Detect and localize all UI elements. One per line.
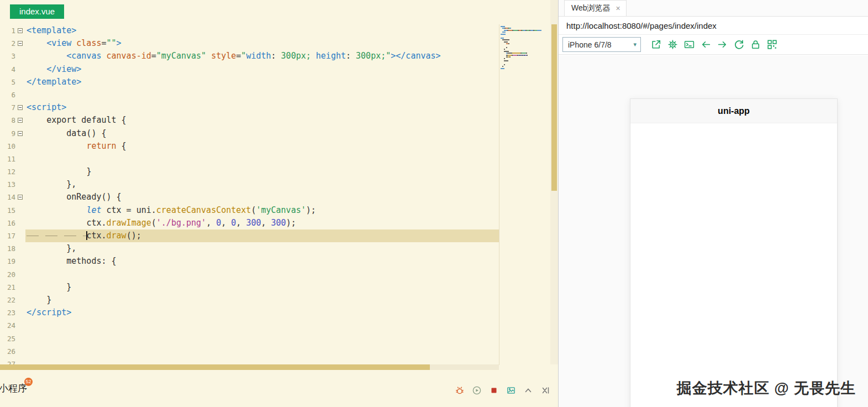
code-line-20[interactable]: 20: [0, 268, 499, 281]
code-line-2[interactable]: 2 <view class="">: [0, 37, 499, 50]
code-line-4[interactable]: 4 </view>: [0, 63, 499, 76]
fold-marker-icon[interactable]: [18, 105, 23, 110]
qr-code-icon[interactable]: [766, 39, 778, 50]
line-number: 18: [0, 242, 15, 255]
code-text[interactable]: }: [25, 165, 499, 178]
collapse-panel-icon[interactable]: [523, 385, 533, 395]
refresh-icon[interactable]: [733, 39, 745, 50]
minimap[interactable]: [501, 26, 549, 77]
code-line-17[interactable]: 17 ctx.draw();: [0, 229, 499, 242]
code-line-10[interactable]: 10 return {: [0, 140, 499, 153]
code-text[interactable]: return {: [25, 140, 499, 153]
fold-column: [15, 63, 25, 76]
debug-icon[interactable]: [455, 385, 465, 395]
code-line-26[interactable]: 26: [0, 345, 499, 358]
browser-tab-web[interactable]: Web浏览器 ×: [564, 0, 627, 16]
code-text[interactable]: <script>: [25, 101, 499, 114]
code-text[interactable]: [25, 345, 499, 358]
code-line-6[interactable]: 6: [0, 88, 499, 101]
minimap-line: [501, 47, 549, 48]
code-line-19[interactable]: 19 methods: {: [0, 255, 499, 268]
fold-column: [15, 101, 25, 114]
open-external-icon[interactable]: [650, 39, 662, 50]
screenshot-icon[interactable]: [506, 385, 516, 395]
code-text[interactable]: </template>: [25, 76, 499, 88]
code-text[interactable]: ctx.drawImage('./bg.png', 0, 0, 300, 300…: [25, 217, 499, 229]
run-icon[interactable]: [472, 385, 482, 395]
code-line-23[interactable]: 23</script>: [0, 306, 499, 319]
code-line-8[interactable]: 8 export default {: [0, 114, 499, 127]
code-line-12[interactable]: 12 }: [0, 165, 499, 178]
minimap-line: [501, 51, 549, 52]
code-line-16[interactable]: 16 ctx.drawImage('./bg.png', 0, 0, 300, …: [0, 217, 499, 229]
code-text[interactable]: </script>: [25, 306, 499, 319]
code-text[interactable]: </view>: [25, 63, 499, 76]
code-line-25[interactable]: 25: [0, 332, 499, 345]
url-bar[interactable]: http://localhost:8080/#/pages/index/inde…: [559, 17, 868, 35]
code-text[interactable]: <canvas canvas-id="myCanvas" style="widt…: [25, 50, 499, 62]
code-text[interactable]: [25, 153, 499, 165]
code-text[interactable]: export default {: [25, 114, 499, 127]
minimap-line: [501, 75, 549, 76]
device-selector-value: iPhone 6/7/8: [568, 40, 612, 49]
horizontal-scrollbar[interactable]: [0, 364, 499, 370]
code-text[interactable]: [25, 88, 499, 101]
code-line-7[interactable]: 7<script>: [0, 101, 499, 114]
fold-column: [15, 306, 25, 319]
code-line-9[interactable]: 9 data() {: [0, 127, 499, 140]
console-icon[interactable]: [683, 39, 695, 50]
line-number: 4: [0, 63, 15, 76]
stop-icon[interactable]: [489, 385, 499, 395]
fold-column: [15, 153, 25, 165]
code-line-11[interactable]: 11: [0, 153, 499, 165]
fold-marker-icon[interactable]: [18, 28, 23, 33]
close-console-icon[interactable]: [540, 385, 550, 395]
code-text[interactable]: methods: {: [25, 255, 499, 268]
code-text[interactable]: },: [25, 178, 499, 191]
fold-marker-icon[interactable]: [18, 195, 23, 200]
tab-close-icon[interactable]: ×: [616, 4, 620, 13]
code-text[interactable]: [25, 319, 499, 332]
fold-marker-icon[interactable]: [18, 131, 23, 136]
code-text[interactable]: data() {: [25, 127, 499, 140]
editor-tab-index-vue[interactable]: index.vue: [10, 4, 64, 19]
code-line-13[interactable]: 13 },: [0, 178, 499, 191]
code-line-15[interactable]: 15 let ctx = uni.createCanvasContext('my…: [0, 204, 499, 217]
code-text[interactable]: let ctx = uni.createCanvasContext('myCan…: [25, 204, 499, 217]
fold-column: [15, 76, 25, 88]
code-text[interactable]: [25, 332, 499, 345]
minimap-line: [501, 68, 549, 69]
fold-marker-icon[interactable]: [18, 118, 23, 123]
settings-icon[interactable]: [667, 39, 678, 50]
code-text[interactable]: }: [25, 294, 499, 306]
back-icon[interactable]: [700, 39, 712, 50]
code-line-1[interactable]: 1<template>: [0, 24, 499, 37]
code-line-18[interactable]: 18 },: [0, 242, 499, 255]
line-number: 17: [0, 229, 15, 242]
fold-marker-icon[interactable]: [18, 41, 23, 46]
code-text[interactable]: <view class="">: [25, 37, 499, 50]
code-text[interactable]: onReady() {: [25, 191, 499, 204]
minimap-line: [501, 28, 549, 29]
horizontal-scrollbar-thumb[interactable]: [0, 364, 430, 370]
statusbar-label-miniprogram[interactable]: 小程序 52: [0, 382, 27, 395]
code-text[interactable]: [25, 268, 499, 281]
code-line-22[interactable]: 22 }: [0, 294, 499, 306]
forward-icon[interactable]: [717, 39, 728, 50]
lock-icon[interactable]: [750, 39, 761, 50]
code-line-24[interactable]: 24: [0, 319, 499, 332]
code-text[interactable]: },: [25, 242, 499, 255]
code-line-21[interactable]: 21 }: [0, 281, 499, 294]
vertical-scrollbar-thumb[interactable]: [551, 24, 557, 191]
code-text[interactable]: ctx.draw();: [25, 229, 499, 242]
code-text[interactable]: <template>: [25, 24, 499, 37]
code-text[interactable]: }: [25, 281, 499, 294]
vertical-scrollbar[interactable]: [550, 0, 558, 364]
code-line-5[interactable]: 5</template>: [0, 76, 499, 88]
fold-column: [15, 229, 25, 242]
minimap-line: [501, 30, 549, 31]
code-line-14[interactable]: 14 onReady() {: [0, 191, 499, 204]
code-line-3[interactable]: 3 <canvas canvas-id="myCanvas" style="wi…: [0, 50, 499, 62]
device-selector[interactable]: iPhone 6/7/8 ▾: [562, 37, 641, 52]
line-number: 16: [0, 217, 15, 229]
